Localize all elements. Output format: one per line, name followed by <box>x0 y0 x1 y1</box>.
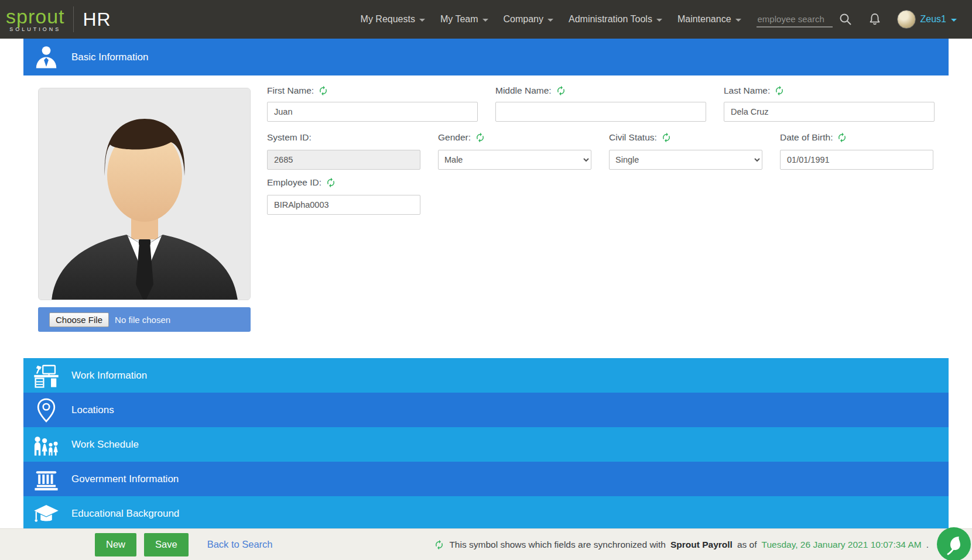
sync-note-date: Tuesday, 26 January 2021 10:07:34 AM <box>762 540 922 550</box>
brand-logo[interactable]: sprout SOLUTIONS HR <box>0 6 111 32</box>
chevron-down-icon <box>419 19 425 22</box>
employee-id-label-text: Employee ID: <box>267 177 321 188</box>
last-name-label-text: Last Name: <box>724 85 770 96</box>
choose-file-button[interactable]: Choose File <box>49 312 109 327</box>
middle-name-input[interactable] <box>495 102 706 122</box>
employee-search <box>757 12 853 28</box>
sync-note-suffix: . <box>926 540 929 550</box>
middle-name-label-text: Middle Name: <box>495 85 552 96</box>
sync-note-prefix: This symbol shows which fields are synch… <box>449 540 666 550</box>
date-of-birth-input[interactable] <box>780 150 933 170</box>
payroll-sync-icon <box>837 132 847 143</box>
brand-divider <box>73 6 74 32</box>
graduation-cap-icon <box>33 500 60 527</box>
bell-icon[interactable] <box>868 12 882 26</box>
payroll-sync-icon <box>434 540 444 550</box>
employee-photo <box>38 88 251 300</box>
menu-my-requests[interactable]: My Requests <box>361 14 425 25</box>
search-icon[interactable] <box>838 12 853 26</box>
sprout-hr-app: sprout SOLUTIONS HR My Requests My Team … <box>0 0 972 560</box>
section-title: Government Information <box>71 473 179 485</box>
menu-maintenance-label: Maintenance <box>677 14 731 25</box>
payroll-sync-icon <box>661 132 672 143</box>
last-name-input[interactable] <box>724 102 935 122</box>
gender-select[interactable]: Male <box>438 150 591 170</box>
save-button[interactable]: Save <box>144 533 189 556</box>
back-to-search-link[interactable]: Back to Search <box>207 539 273 550</box>
new-button[interactable]: New <box>95 533 136 556</box>
employee-search-input[interactable] <box>757 12 833 28</box>
section-title: Locations <box>71 404 114 416</box>
gender-label: Gender: <box>438 132 485 143</box>
payroll-sync-icon <box>774 85 785 96</box>
last-name-label: Last Name: <box>724 85 785 96</box>
menu-my-requests-label: My Requests <box>361 14 415 25</box>
section-title: Basic Information <box>71 51 148 63</box>
gender-label-text: Gender: <box>438 132 471 143</box>
first-name-label-text: First Name: <box>267 85 314 96</box>
top-navbar: sprout SOLUTIONS HR My Requests My Team … <box>0 0 972 39</box>
section-title: Work Schedule <box>71 439 139 451</box>
menu-my-team[interactable]: My Team <box>440 14 488 25</box>
system-id-label-text: System ID: <box>267 132 312 143</box>
sync-note-product: Sprout Payroll <box>670 540 733 550</box>
chevron-down-icon <box>735 19 741 22</box>
chevron-down-icon <box>951 19 957 22</box>
menu-administration-tools[interactable]: Administration Tools <box>569 14 662 25</box>
middle-name-label: Middle Name: <box>495 85 566 96</box>
employee-id-input[interactable] <box>267 195 420 215</box>
sync-note-middle: as of <box>737 540 757 550</box>
first-name-input[interactable] <box>267 102 478 122</box>
section-educational-background[interactable]: Educational Background <box>23 496 949 531</box>
sprout-leaf-icon <box>937 527 971 560</box>
menu-company-label: Company <box>504 14 543 25</box>
payroll-sync-note: This symbol shows which fields are synch… <box>434 529 929 560</box>
payroll-sync-icon <box>556 85 566 96</box>
chevron-down-icon <box>482 19 488 22</box>
file-chosen-status: No file chosen <box>115 315 170 325</box>
section-title: Educational Background <box>71 508 179 520</box>
sprout-logo-word: sprout <box>6 6 65 26</box>
system-id-input <box>267 150 420 170</box>
menu-maintenance[interactable]: Maintenance <box>677 14 741 25</box>
person-tie-icon <box>33 44 60 71</box>
menu-company[interactable]: Company <box>504 14 553 25</box>
system-id-label: System ID: <box>267 132 312 143</box>
date-of-birth-label: Date of Birth: <box>780 132 847 143</box>
civil-status-label-text: Civil Status: <box>609 132 657 143</box>
payroll-sync-icon <box>475 132 485 143</box>
section-basic-information[interactable]: Basic Information <box>23 39 949 75</box>
section-work-information[interactable]: Work Information <box>23 358 949 393</box>
employee-id-label: Employee ID: <box>267 177 336 188</box>
username: Zeus1 <box>920 14 946 25</box>
section-government-information[interactable]: Government Information <box>23 462 949 496</box>
menu-my-team-label: My Team <box>440 14 478 25</box>
user-menu[interactable]: Zeus1 <box>897 10 957 29</box>
chevron-down-icon <box>656 19 662 22</box>
bank-icon <box>33 466 60 493</box>
payroll-sync-icon <box>318 85 328 96</box>
menu-administration-tools-label: Administration Tools <box>569 14 652 25</box>
civil-status-select[interactable]: Single <box>609 150 762 170</box>
sprout-logo-subtext: SOLUTIONS <box>9 27 61 32</box>
product-name: HR <box>83 9 111 30</box>
chevron-down-icon <box>547 19 553 22</box>
family-icon <box>33 431 60 458</box>
sprout-logo: sprout SOLUTIONS <box>6 6 65 32</box>
date-of-birth-label-text: Date of Birth: <box>780 132 833 143</box>
photo-upload-control[interactable]: Choose File No file chosen <box>38 307 251 332</box>
payroll-sync-icon <box>326 177 336 188</box>
employee-photo-placeholder <box>39 88 251 300</box>
navbar-menu: My Requests My Team Company Administrati… <box>361 10 972 29</box>
section-work-schedule[interactable]: Work Schedule <box>23 427 949 462</box>
section-locations[interactable]: Locations <box>23 393 949 427</box>
civil-status-label: Civil Status: <box>609 132 672 143</box>
map-pin-icon <box>33 397 60 424</box>
section-title: Work Information <box>71 370 147 382</box>
desk-icon <box>33 362 60 389</box>
first-name-label: First Name: <box>267 85 328 96</box>
sprout-chat-widget-button[interactable] <box>937 527 971 560</box>
user-avatar <box>897 10 916 29</box>
action-footer: New Save Back to Search This symbol show… <box>0 528 972 560</box>
